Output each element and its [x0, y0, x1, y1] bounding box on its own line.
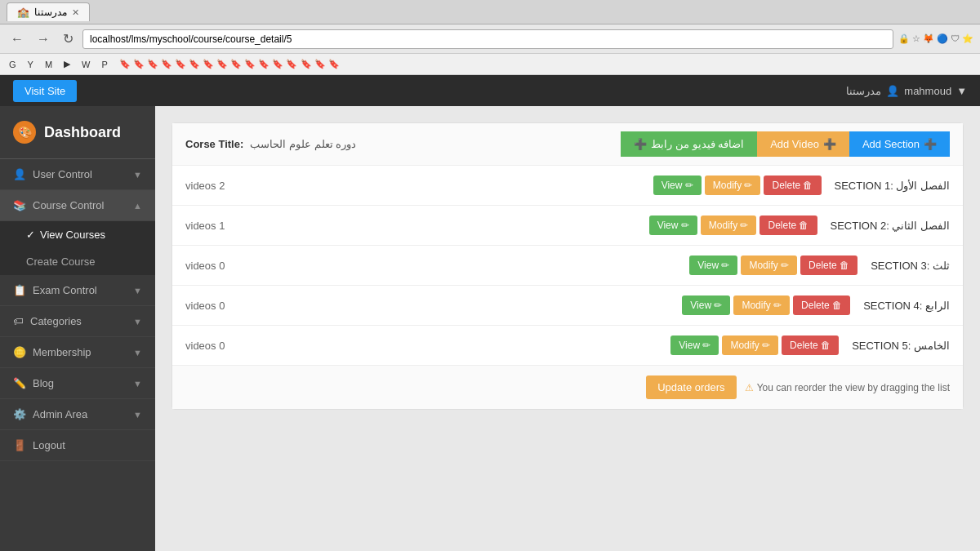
section-4-info: View ✏ Modify ✏ Delete 🗑 الرابع :SECTION… — [682, 295, 950, 315]
footer-note-text: You can reorder the view by dragging the… — [757, 382, 950, 393]
add-section-button[interactable]: Add Section ➕ — [849, 131, 950, 157]
section-2-modify-button[interactable]: Modify ✏ — [701, 216, 757, 235]
nav-back-button[interactable]: ← — [7, 30, 28, 48]
section-3-view-button[interactable]: View ✏ — [689, 256, 737, 275]
section-4-view-button[interactable]: View ✏ — [682, 295, 730, 315]
main-content: Corse Title: دوره تعلم علوم الحاسب ➕ اضا… — [155, 106, 980, 551]
tab-close-icon[interactable]: ✕ — [72, 7, 79, 18]
address-bar[interactable] — [82, 29, 893, 49]
section-4-delete-button[interactable]: Delete 🗑 — [793, 295, 850, 315]
logout-icon: 🚪 — [13, 439, 26, 451]
blog-label: Blog — [33, 377, 54, 389]
add-link-icon: ➕ — [634, 138, 647, 150]
membership-chevron: ▼ — [133, 348, 142, 358]
add-section-icon: ➕ — [924, 138, 937, 150]
blog-icon: ✏️ — [13, 377, 26, 389]
course-detail-card: Corse Title: دوره تعلم علوم الحاسب ➕ اضا… — [172, 122, 964, 410]
section-5-view-button[interactable]: View ✏ — [670, 335, 719, 355]
user-dropdown-icon[interactable]: ▼ — [956, 85, 967, 97]
section-1-name: الفصل الأول :SECTION 1 — [835, 180, 951, 192]
section-5-modify-button[interactable]: Modify ✏ — [722, 335, 778, 355]
visit-site-button[interactable]: Visit Site — [13, 80, 77, 102]
section-1-videos: videos 2 — [185, 180, 225, 192]
section-2-name: الفصل الثاني :SECTION 2 — [831, 220, 951, 232]
header-buttons: ➕ اضافه فيديو من رابط Add Video ➕ Add Se… — [621, 131, 950, 157]
browser-navbar: ← → ↻ 🔒 ☆ 🦊 🔵 🛡 ⭐ — [0, 24, 980, 54]
sidebar-item-membership[interactable]: 🪙 Membership ▼ — [0, 337, 155, 368]
sidebar-item-course-control[interactable]: 📚 Course Control ▲ — [0, 190, 155, 221]
admin-username: mahmoud — [904, 85, 951, 97]
sidebar-item-create-course[interactable]: Create Course — [0, 248, 155, 275]
section-3-delete-button[interactable]: Delete 🗑 — [800, 256, 858, 275]
section-1-delete-button[interactable]: Delete 🗑 — [764, 176, 821, 195]
sidebar-item-user-control[interactable]: 👤 User Control ▼ — [0, 159, 155, 190]
course-title-value: دوره تعلم علوم الحاسب — [250, 138, 356, 150]
section-5-info: View ✏ Modify ✏ Delete 🗑 الخامس :SECTION… — [670, 335, 950, 355]
course-title-area: Corse Title: دوره تعلم علوم الحاسب — [185, 138, 356, 150]
tab-favicon: 🏫 — [17, 7, 29, 18]
user-control-icon: 👤 — [13, 168, 26, 180]
section-4-actions: View ✏ Modify ✏ Delete 🗑 — [682, 295, 850, 315]
bookmark-g[interactable]: G — [5, 58, 20, 71]
admin-user-area: مدرستنا 👤 mahmoud ▼ — [846, 85, 967, 97]
categories-icon: 🏷 — [13, 315, 24, 327]
update-orders-button[interactable]: Update orders — [646, 375, 736, 399]
section-4-name: الرابع :SECTION 4 — [863, 300, 950, 312]
nav-refresh-button[interactable]: ↻ — [59, 29, 78, 48]
exam-control-label: Exam Control — [33, 284, 97, 296]
blog-chevron: ▼ — [133, 379, 142, 389]
create-course-label: Create Course — [26, 256, 96, 268]
section-3-modify-button[interactable]: Modify ✏ — [741, 256, 797, 275]
sidebar-item-blog[interactable]: ✏️ Blog ▼ — [0, 368, 155, 399]
view-courses-label: View Courses — [40, 229, 105, 241]
section-2-delete-button[interactable]: Delete 🗑 — [760, 216, 817, 235]
section-row-1: videos 2 View ✏ Modify ✏ Delete 🗑 الفصل … — [172, 166, 963, 206]
add-video-icon: ➕ — [823, 138, 836, 150]
view-courses-check: ✓ — [26, 229, 35, 241]
categories-label: Categories — [30, 315, 82, 327]
section-2-view-button[interactable]: View ✏ — [649, 216, 697, 235]
tab-title: مدرستنا — [34, 7, 67, 18]
section-2-info: View ✏ Modify ✏ Delete 🗑 الفصل الثاني :S… — [649, 216, 950, 235]
section-row-3: videos 0 View ✏ Modify ✏ Delete 🗑 ثلث :S… — [172, 246, 963, 286]
footer-note: You can reorder the view by dragging the… — [745, 382, 950, 393]
section-5-delete-button[interactable]: Delete 🗑 — [782, 335, 839, 355]
section-3-videos: videos 0 — [185, 260, 225, 272]
nav-forward-button[interactable]: → — [33, 30, 54, 48]
section-5-videos: videos 0 — [185, 340, 225, 352]
bookmark-m[interactable]: M — [41, 58, 56, 71]
browser-tab[interactable]: 🏫 مدرستنا ✕ — [7, 2, 90, 21]
section-2-actions: View ✏ Modify ✏ Delete 🗑 — [649, 216, 817, 235]
bookmark-others[interactable]: 🔖 🔖 🔖 🔖 🔖 🔖 🔖 🔖 🔖 🔖 🔖 🔖 🔖 🔖 🔖 🔖 — [115, 57, 344, 71]
add-video-button[interactable]: Add Video ➕ — [757, 131, 849, 157]
bookmark-p[interactable]: P — [97, 58, 111, 71]
sidebar: 🎨 Dashboard 👤 User Control ▼ 📚 Course Co… — [0, 106, 155, 551]
add-video-label: Add Video — [770, 138, 819, 150]
course-control-submenu: ✓ View Courses Create Course — [0, 221, 155, 275]
section-1-actions: View ✏ Modify ✏ Delete 🗑 — [653, 176, 822, 195]
sidebar-item-view-courses[interactable]: ✓ View Courses — [0, 221, 155, 248]
section-5-name: الخامس :SECTION 5 — [852, 340, 950, 352]
categories-chevron: ▼ — [133, 317, 142, 327]
add-link-label: اضافه فيديو من رابط — [651, 138, 744, 150]
user-control-chevron: ▼ — [133, 170, 142, 180]
sidebar-item-categories[interactable]: 🏷 Categories ▼ — [0, 306, 155, 337]
course-control-icon: 📚 — [13, 199, 26, 211]
sidebar-item-exam-control[interactable]: 📋 Exam Control ▼ — [0, 275, 155, 306]
browser-extensions: 🔒 ☆ 🦊 🔵 🛡 ⭐ — [898, 33, 973, 44]
bookmark-y[interactable]: Y — [24, 58, 38, 71]
sidebar-item-admin-area[interactable]: ⚙️ Admin Area ▼ — [0, 399, 155, 430]
sections-list: videos 2 View ✏ Modify ✏ Delete 🗑 الفصل … — [172, 166, 963, 365]
sidebar-item-logout[interactable]: 🚪 Logout — [0, 430, 155, 461]
membership-icon: 🪙 — [13, 346, 26, 358]
add-section-label: Add Section — [862, 138, 920, 150]
bookmark-w[interactable]: W — [78, 58, 94, 71]
section-3-info: View ✏ Modify ✏ Delete 🗑 ثلث :SECTION 3 — [689, 256, 950, 275]
section-1-view-button[interactable]: View ✏ — [653, 176, 702, 195]
section-4-modify-button[interactable]: Modify ✏ — [733, 295, 790, 315]
admin-area-icon: ⚙️ — [13, 408, 26, 420]
bookmark-yt[interactable]: ▶ — [60, 57, 74, 71]
section-1-modify-button[interactable]: Modify ✏ — [705, 176, 761, 195]
course-card-header: Corse Title: دوره تعلم علوم الحاسب ➕ اضا… — [172, 123, 963, 166]
add-link-button[interactable]: ➕ اضافه فيديو من رابط — [621, 131, 757, 157]
